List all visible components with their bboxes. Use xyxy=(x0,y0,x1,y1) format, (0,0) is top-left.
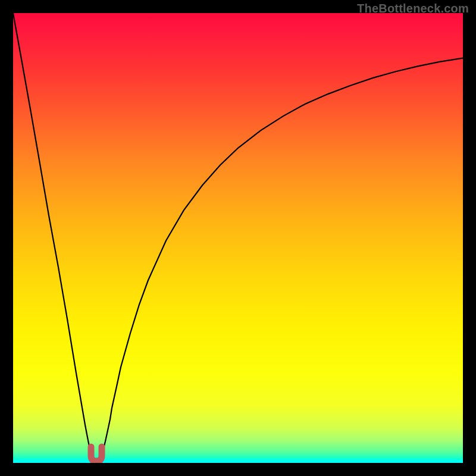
watermark-text: TheBottleneck.com xyxy=(357,2,469,15)
bottleneck-curve xyxy=(13,13,463,463)
plot-area xyxy=(13,13,463,463)
trough-marker-icon xyxy=(91,447,102,461)
chart-frame: TheBottleneck.com xyxy=(0,0,476,476)
chart-svg-layer xyxy=(13,13,463,463)
